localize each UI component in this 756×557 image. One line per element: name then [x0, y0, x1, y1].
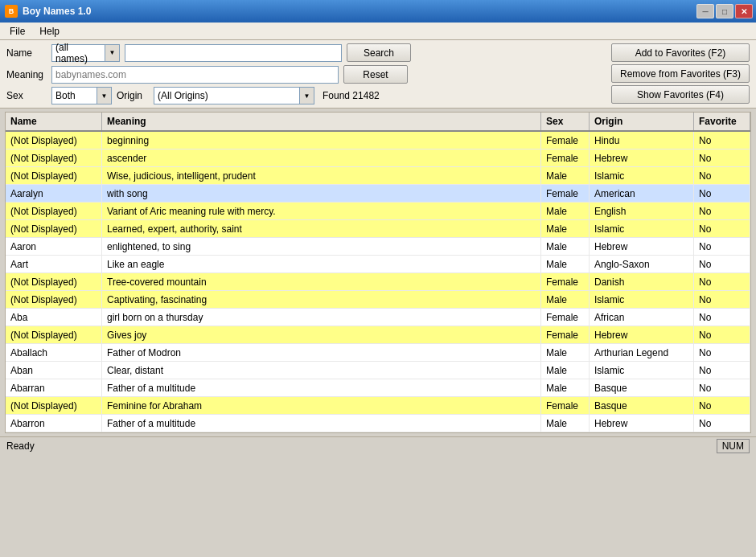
table-row[interactable]: (Not Displayed)ascenderFemaleHebrewNo — [6, 149, 750, 167]
search-button[interactable]: Search — [347, 43, 411, 62]
name-combo[interactable]: (all names) ▼ — [51, 44, 120, 62]
app-icon: B — [5, 5, 18, 18]
name-combo-arrow[interactable]: ▼ — [105, 45, 119, 61]
table-row[interactable]: (Not Displayed)Tree-covered mountainFema… — [6, 273, 750, 291]
col-header-meaning[interactable]: Meaning — [102, 113, 541, 130]
menu-help[interactable]: Help — [33, 24, 66, 39]
table-row[interactable]: (Not Displayed)Captivating, fascinatingM… — [6, 291, 750, 309]
table-row[interactable]: AbarranFather of a multitudeMaleBasqueNo — [6, 379, 750, 397]
remove-favorites-button[interactable]: Remove from Favorites (F3) — [611, 64, 750, 83]
origin-combo[interactable]: (All Origins) ▼ — [154, 87, 314, 104]
sex-combo[interactable]: Both ▼ — [51, 87, 112, 104]
table-row[interactable]: (Not Displayed)beginningFemaleHinduNo — [6, 132, 750, 149]
table-row[interactable]: (Not Displayed)Wise, judicious, intellig… — [6, 167, 750, 185]
show-favorites-button[interactable]: Show Favorites (F4) — [611, 85, 750, 104]
col-header-origin[interactable]: Origin — [590, 113, 694, 130]
reset-button[interactable]: Reset — [343, 65, 408, 84]
title-bar-controls: ─ □ ✕ — [696, 4, 753, 18]
table-row[interactable]: AbarronFather of a multitudeMaleHebrewNo — [6, 415, 750, 432]
found-count: Found 21482 — [323, 90, 380, 101]
toolbar-left: Name (all names) ▼ Search Meaning Reset … — [6, 43, 603, 104]
table-row[interactable]: AballachFather of ModronMaleArthurian Le… — [6, 344, 750, 362]
origin-label: Origin — [117, 90, 149, 101]
table-row[interactable]: AartLike an eagleMaleAnglo-SaxonNo — [6, 256, 750, 273]
table-row[interactable]: AbanClear, distantMaleIslamicNo — [6, 362, 750, 379]
maximize-button[interactable]: □ — [716, 4, 733, 18]
table-row[interactable]: (Not Displayed)Variant of Aric meaning r… — [6, 203, 750, 220]
close-button[interactable]: ✕ — [735, 4, 753, 18]
menu-bar: File Help — [0, 23, 756, 40]
sex-combo-value: Both — [52, 90, 97, 101]
name-label: Name — [6, 47, 47, 59]
col-header-sex[interactable]: Sex — [541, 113, 590, 130]
origin-combo-arrow[interactable]: ▼ — [299, 88, 314, 104]
table-body[interactable]: (Not Displayed)beginningFemaleHinduNo(No… — [6, 132, 750, 432]
add-favorites-button[interactable]: Add to Favorites (F2) — [611, 43, 750, 62]
name-combo-value: (all names) — [52, 42, 105, 64]
toolbar: Name (all names) ▼ Search Meaning Reset … — [0, 40, 756, 109]
table-row[interactable]: (Not Displayed)Feminine for AbrahamFemal… — [6, 397, 750, 415]
table-header: Name Meaning Sex Origin Favorite — [6, 113, 750, 132]
data-table: Name Meaning Sex Origin Favorite (Not Di… — [5, 112, 751, 433]
minimize-button[interactable]: ─ — [696, 4, 714, 18]
meaning-input[interactable] — [51, 66, 339, 84]
table-row[interactable]: Aaralynwith songFemaleAmericanNo — [6, 185, 750, 203]
table-row[interactable]: (Not Displayed)Gives joyFemaleHebrewNo — [6, 326, 750, 344]
col-header-name[interactable]: Name — [6, 113, 102, 130]
menu-file[interactable]: File — [3, 24, 31, 39]
status-text: Ready — [6, 440, 35, 452]
toolbar-right: Add to Favorites (F2) Remove from Favori… — [611, 43, 750, 104]
origin-combo-value: (All Origins) — [154, 90, 299, 101]
num-indicator: NUM — [717, 439, 750, 453]
name-input[interactable] — [125, 44, 342, 62]
title-bar: B Boy Names 1.0 ─ □ ✕ — [0, 0, 756, 23]
col-header-favorite[interactable]: Favorite — [694, 113, 750, 130]
table-row[interactable]: Aaronenlightened, to singMaleHebrewNo — [6, 238, 750, 256]
table-row[interactable]: (Not Displayed)Learned, expert, authorit… — [6, 220, 750, 238]
sex-combo-arrow[interactable]: ▼ — [97, 88, 111, 104]
sex-label: Sex — [6, 90, 47, 101]
meaning-label: Meaning — [6, 69, 47, 80]
table-row[interactable]: Abagirl born on a thursdayFemaleAfricanN… — [6, 309, 750, 326]
window-title: Boy Names 1.0 — [23, 6, 91, 17]
status-bar: Ready NUM — [0, 436, 756, 454]
